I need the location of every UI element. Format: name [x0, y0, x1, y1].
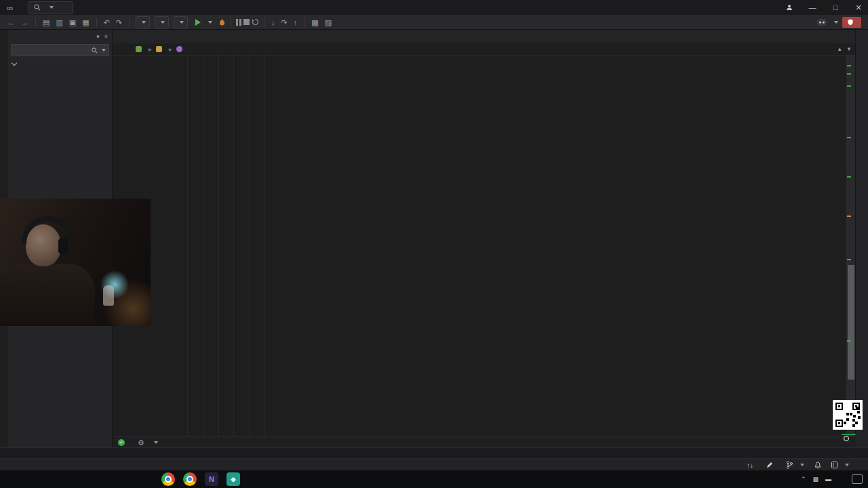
search-icon [92, 47, 98, 54]
notifications-button[interactable] [814, 462, 821, 469]
class-icon [156, 46, 162, 52]
find-in-files-icon[interactable]: ▩ [309, 16, 320, 29]
toolbox-search-input[interactable] [12, 47, 92, 54]
chevron-down-icon [102, 49, 106, 52]
pin-icon[interactable]: ▾ [96, 33, 100, 40]
restart-icon[interactable] [252, 18, 259, 26]
method-icon [176, 46, 182, 52]
step-over-icon[interactable]: ↷ [279, 16, 290, 29]
csharp-project-icon [136, 46, 142, 52]
prev-member-button[interactable]: ▲ [837, 46, 842, 52]
configuration-dropdown[interactable] [136, 16, 150, 28]
bell-icon [814, 462, 821, 469]
admin-button[interactable] [842, 17, 861, 28]
github-copilot-button[interactable] [817, 19, 838, 26]
branch-button[interactable] [786, 461, 804, 469]
breadcrumb-member[interactable] [176, 46, 185, 52]
chat-app-icon[interactable]: ◆ [226, 472, 240, 486]
browser-profile2-icon[interactable] [183, 472, 197, 486]
undo-icon[interactable]: ↶ [102, 16, 112, 29]
separator: ▸ [169, 45, 172, 53]
pause-icon[interactable] [236, 19, 241, 26]
cpu-gauge-badge [842, 434, 856, 435]
next-member-button[interactable]: ▼ [846, 46, 852, 52]
open-file-icon[interactable]: ▥ [54, 16, 64, 29]
separator [264, 18, 264, 27]
toolbar: ← → ▤ ▥ ▣ ▦ ↶ ↷ ↓ [0, 15, 868, 30]
scroll-annotation [847, 340, 851, 342]
branch-icon [786, 461, 793, 469]
action-center-icon[interactable] [852, 474, 863, 484]
nav-back-icon[interactable]: ← [5, 16, 17, 29]
search-box[interactable] [28, 1, 73, 14]
step-into-icon[interactable]: ↓ [269, 16, 277, 29]
separator [304, 18, 304, 27]
sync-arrows-icon: ↑↓ [747, 462, 753, 469]
scroll-annotation [847, 73, 851, 75]
headphone-earcup [58, 238, 68, 254]
maximize-button[interactable]: □ [826, 0, 845, 15]
document-status-bar: ✓ ⚙ [113, 436, 856, 447]
streamer-torso [0, 264, 95, 326]
notes-app-icon[interactable]: N [205, 472, 218, 486]
tab-strip [113, 30, 856, 43]
startup-project-dropdown[interactable] [174, 16, 188, 28]
scroll-annotation [847, 85, 851, 87]
pending-edits-button[interactable] [766, 462, 776, 468]
copilot-icon [817, 19, 827, 26]
breadcrumb-type[interactable] [156, 46, 165, 52]
chevron-down-icon [845, 464, 849, 466]
save-all-icon[interactable]: ▦ [80, 16, 91, 29]
shield-icon [848, 19, 853, 26]
toolbox-empty-message [8, 69, 112, 83]
chat-overlay [0, 326, 156, 488]
pencil-icon [766, 462, 773, 468]
network-icon[interactable]: ▩ [812, 476, 818, 483]
volume-icon[interactable]: ▬ [825, 476, 831, 483]
title-bar: ∞ — □ ✕ [0, 0, 868, 16]
tray-expand-icon[interactable]: ⌃ [801, 476, 806, 483]
right-tab-strip [855, 30, 868, 457]
separator [35, 18, 36, 27]
start-debugging-button[interactable] [191, 16, 216, 28]
scrollbar-thumb[interactable] [848, 265, 854, 380]
chevron-down-icon [800, 464, 804, 466]
chevron-down-icon [180, 21, 184, 24]
code-editor[interactable] [113, 56, 846, 436]
step-out-icon[interactable]: ↑ [292, 16, 300, 29]
save-icon[interactable]: ▣ [67, 16, 78, 29]
scroll-annotation [847, 216, 851, 217]
chevron-down-icon [142, 21, 146, 24]
repository-button[interactable] [831, 462, 849, 468]
stop-icon[interactable] [243, 19, 250, 25]
browser-profile1-icon[interactable] [161, 472, 175, 486]
separator [96, 18, 97, 27]
git-sync-button[interactable]: ↑↓ [747, 462, 756, 469]
close-icon[interactable]: × [104, 33, 108, 40]
search-icon [34, 4, 41, 11]
play-icon [195, 19, 201, 26]
platform-dropdown[interactable] [155, 16, 169, 28]
minimize-button[interactable]: — [803, 0, 822, 15]
hot-reload-icon[interactable] [218, 18, 226, 26]
chevron-down-icon [12, 60, 17, 65]
sign-in-button[interactable] [783, 4, 799, 11]
scroll-annotation [847, 259, 851, 260]
comment-icon[interactable]: ▨ [323, 16, 334, 29]
editor-scrollbar[interactable] [846, 56, 856, 436]
redo-icon[interactable]: ↷ [114, 16, 124, 29]
close-button[interactable]: ✕ [849, 0, 868, 15]
webcam-overlay [0, 199, 151, 326]
toolbox-group-general[interactable] [8, 58, 112, 69]
breadcrumb-project[interactable] [136, 46, 144, 52]
separator: ▸ [149, 45, 152, 53]
vs-logo-icon: ∞ [0, 3, 18, 13]
chevron-down-icon [50, 6, 54, 9]
toolbox-search[interactable] [11, 44, 109, 56]
repo-icon [831, 462, 837, 468]
scroll-annotation [847, 176, 851, 178]
new-file-icon[interactable]: ▤ [41, 16, 52, 29]
nav-forward-icon[interactable]: → [19, 16, 31, 29]
chevron-down-icon [834, 21, 838, 24]
chevron-down-icon [208, 21, 212, 24]
